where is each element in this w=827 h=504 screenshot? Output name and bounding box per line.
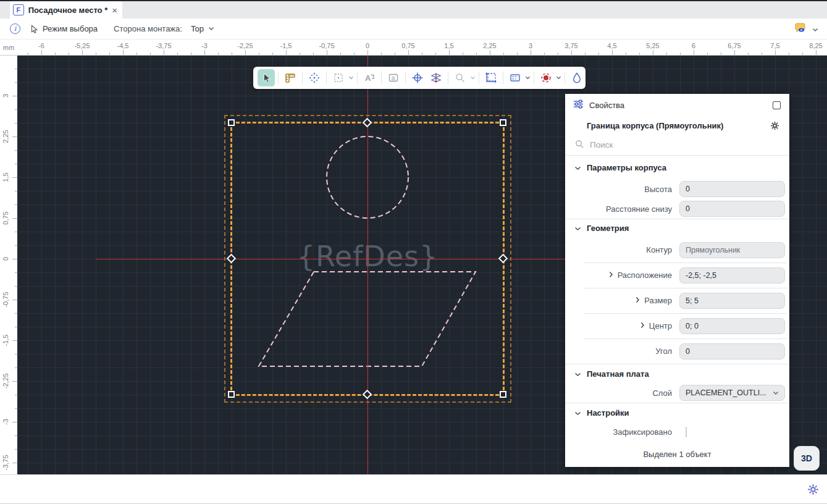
h-ruler-tick xyxy=(422,52,422,55)
text-tool-button[interactable]: A xyxy=(361,69,378,86)
h-ruler-tick xyxy=(748,52,749,55)
placement-outline-rect[interactable] xyxy=(230,122,505,396)
locked-checkbox[interactable] xyxy=(686,427,687,437)
h-ruler-tick xyxy=(123,50,124,55)
grid-settings-button[interactable] xyxy=(330,69,347,86)
h-ruler-tick xyxy=(612,50,613,55)
chevron-right-icon[interactable] xyxy=(609,271,613,280)
h-ruler-label: -5,25 xyxy=(74,42,90,49)
layer-label: Слой xyxy=(565,388,679,398)
h-ruler-label: 3 xyxy=(529,42,532,49)
h-ruler-tick xyxy=(816,50,817,55)
svg-text:a: a xyxy=(392,75,395,82)
svg-text:A: A xyxy=(365,74,371,83)
angle-label: Угол xyxy=(565,346,679,356)
flip-side-tool-button[interactable] xyxy=(427,69,445,86)
view-3d-button[interactable]: 3D xyxy=(794,446,820,471)
h-ruler-label: 3,75 xyxy=(565,42,577,49)
chevron-down-icon[interactable] xyxy=(574,408,581,418)
close-icon[interactable]: × xyxy=(112,6,117,15)
chevron-down-icon[interactable] xyxy=(574,163,581,172)
chevron-down-icon[interactable] xyxy=(574,224,581,233)
tab-bar: F Посадочное место * × xyxy=(0,1,827,19)
layer-dropdown[interactable]: PLACEMENT_OUTLI... xyxy=(679,385,785,401)
h-ruler-tick xyxy=(191,52,191,55)
snap-settings-button[interactable] xyxy=(306,69,323,86)
mount-side-label: Сторона монтажа: xyxy=(114,24,182,33)
object-settings-gear-icon[interactable] xyxy=(770,121,779,130)
chevron-down-icon[interactable] xyxy=(470,76,476,80)
bottom-distance-field[interactable]: 0 xyxy=(679,201,785,217)
select-tool-button[interactable] xyxy=(258,69,275,86)
contour-field[interactable]: Прямоугольник xyxy=(679,242,785,258)
teardrop-tool-button[interactable] xyxy=(568,69,586,86)
chevron-down-icon[interactable] xyxy=(812,23,818,35)
chevron-down-icon[interactable] xyxy=(574,369,581,379)
angle-field[interactable]: 0 xyxy=(679,343,785,359)
h-ruler-tick xyxy=(82,50,83,55)
h-ruler-tick xyxy=(463,52,463,55)
pin-panel-checkbox[interactable] xyxy=(773,101,781,109)
origin-tool-button[interactable] xyxy=(409,69,426,86)
chevron-right-icon[interactable] xyxy=(640,321,645,330)
h-ruler-tick xyxy=(666,52,667,55)
v-ruler-tick xyxy=(12,463,17,463)
h-ruler-tick xyxy=(408,50,409,55)
tab-footprint[interactable]: F Посадочное место * × xyxy=(10,1,122,19)
mount-side-value[interactable]: Top xyxy=(191,24,204,33)
h-ruler-label: -2,25 xyxy=(237,42,253,49)
chevron-right-icon[interactable] xyxy=(636,296,640,305)
zoom-tool-button[interactable] xyxy=(451,69,469,86)
display-options-button[interactable] xyxy=(506,69,524,86)
chevron-down-icon[interactable] xyxy=(556,76,561,80)
chevron-down-icon[interactable] xyxy=(348,76,354,80)
settings-gear-icon[interactable] xyxy=(807,484,819,495)
properties-panel: Свойства Граница корпуса (Прямоугольник)… xyxy=(565,94,789,467)
v-ruler-label: 0,75 xyxy=(2,211,9,224)
h-ruler-tick xyxy=(232,52,232,55)
resize-handle-top-left[interactable] xyxy=(228,119,235,126)
v-ruler-label: 0 xyxy=(2,257,9,261)
label-tool-button[interactable]: a xyxy=(385,69,402,86)
info-icon[interactable]: i xyxy=(10,23,20,34)
panel-title: Свойства xyxy=(589,101,624,110)
resize-handle-top-right[interactable] xyxy=(500,119,506,126)
h-ruler-tick xyxy=(69,52,69,55)
h-ruler-tick xyxy=(164,50,164,55)
h-ruler-tick xyxy=(41,50,42,55)
height-field[interactable]: 0 xyxy=(679,181,785,197)
selection-bounds-tool-button[interactable] xyxy=(482,69,500,86)
select-mode-icon xyxy=(29,24,39,34)
size-field[interactable]: 5; 5 xyxy=(679,293,785,309)
h-ruler-label: 5,25 xyxy=(646,42,659,49)
h-ruler-tick xyxy=(775,50,776,55)
chevron-down-icon[interactable] xyxy=(525,76,531,80)
h-ruler-tick xyxy=(313,52,314,55)
h-ruler-tick xyxy=(531,50,531,55)
chevron-down-icon[interactable] xyxy=(208,27,214,31)
pad-highlight-tool-button[interactable] xyxy=(537,69,555,86)
chevron-down-icon xyxy=(773,391,779,395)
h-ruler-label: -3,75 xyxy=(156,42,171,49)
v-ruler-tick xyxy=(12,136,17,137)
select-mode-label: Режим выбора xyxy=(43,24,98,33)
location-field[interactable]: -2,5; -2,5 xyxy=(679,267,785,284)
comments-visibility-icon[interactable] xyxy=(794,22,807,36)
h-ruler-tick xyxy=(340,52,341,55)
h-ruler-tick xyxy=(598,52,599,55)
h-ruler-tick xyxy=(367,50,368,55)
h-ruler-tick xyxy=(653,50,653,55)
h-ruler-tick xyxy=(204,50,205,55)
v-ruler-tick xyxy=(12,300,17,300)
measure-tool-button[interactable] xyxy=(282,69,299,86)
v-ruler-tick xyxy=(12,218,17,219)
h-ruler-label: 0,75 xyxy=(401,42,414,49)
h-ruler-tick xyxy=(96,52,96,55)
h-ruler-tick xyxy=(503,52,504,55)
resize-handle-bottom-left[interactable] xyxy=(228,391,235,398)
center-field[interactable]: 0; 0 xyxy=(679,318,785,334)
search-input[interactable] xyxy=(590,140,781,149)
resize-handle-bottom-right[interactable] xyxy=(500,391,506,398)
vertical-ruler: 32,251,50,750-0,75-1,5-2,25-3-3,75 xyxy=(0,56,17,474)
h-ruler-tick xyxy=(707,52,708,55)
